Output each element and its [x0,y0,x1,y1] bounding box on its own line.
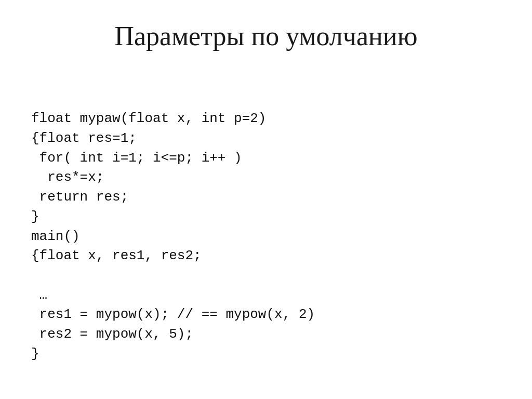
code-line: {float x, res1, res2; [31,246,315,266]
code-line: return res; [31,188,315,207]
slide-title: Параметры по умолчанию [31,21,501,51]
slide: Параметры по умолчанию float mypaw(float… [0,0,532,399]
code-line: … [31,286,315,305]
code-line: } [31,344,315,364]
code-line: for( int i=1; i<=p; i++ ) [31,149,315,168]
code-line: {float res=1; [31,129,315,149]
code-line: res1 = mypow(x); // == mypow(x, 2) [31,305,315,325]
code-line: } [31,207,315,227]
code-line [31,266,315,286]
code-line: res2 = mypow(x, 5); [31,325,315,344]
code-line: main() [31,227,315,247]
code-line: res*=x; [31,168,315,188]
code-block: float mypaw(float x, int p=2){float res=… [31,70,315,364]
code-line: float mypaw(float x, int p=2) [31,109,315,129]
